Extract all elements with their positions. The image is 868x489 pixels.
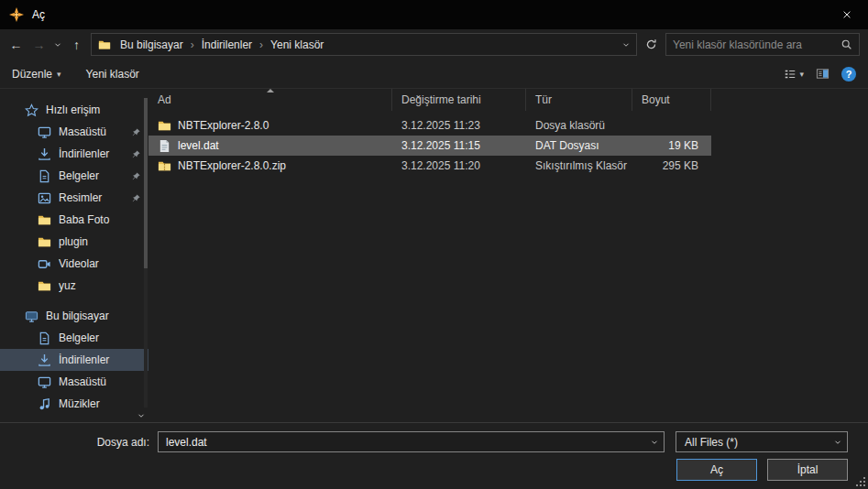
recent-locations-dropdown[interactable] bbox=[50, 33, 65, 56]
pin-icon bbox=[131, 171, 141, 181]
filetype-value: All Files (*) bbox=[685, 436, 829, 449]
chevron-down-icon: ▾ bbox=[57, 70, 61, 79]
new-folder-button[interactable]: Yeni klasör bbox=[86, 68, 139, 81]
chevron-down-icon bbox=[833, 438, 842, 447]
back-button[interactable]: ← bbox=[5, 33, 27, 56]
sidebar-item-videos[interactable]: Videolar bbox=[0, 253, 148, 275]
sidebar-item-baba-foto[interactable]: Baba Foto bbox=[0, 209, 148, 231]
cancel-button[interactable]: İptal bbox=[767, 459, 848, 481]
computer-icon bbox=[25, 310, 38, 323]
command-toolbar: Düzenle ▾ Yeni klasör ▾ ? bbox=[0, 60, 868, 89]
open-button[interactable]: Aç bbox=[676, 459, 757, 481]
navigation-pane: Hızlı erişim Masaüstü İndirilenler Belge… bbox=[0, 89, 148, 422]
address-dropdown-button[interactable] bbox=[616, 34, 636, 55]
new-folder-label: Yeni klasör bbox=[86, 68, 139, 81]
folder-icon bbox=[38, 279, 51, 293]
resize-grip[interactable] bbox=[854, 475, 865, 486]
forward-icon: → bbox=[33, 38, 46, 52]
sidebar-item-plugin[interactable]: plugin bbox=[0, 231, 148, 253]
up-icon: ↑ bbox=[73, 38, 80, 52]
zip-folder-icon bbox=[158, 159, 171, 173]
change-view-button[interactable]: ▾ bbox=[784, 68, 804, 81]
sidebar-item-yuz[interactable]: yuz bbox=[0, 275, 148, 297]
sidebar-item-pc-downloads[interactable]: İndirilenler bbox=[0, 349, 148, 371]
help-icon: ? bbox=[846, 69, 852, 80]
sidebar-item-pc-documents[interactable]: Belgeler bbox=[0, 327, 148, 349]
preview-pane-button[interactable] bbox=[816, 67, 830, 81]
sidebar-item-this-pc[interactable]: Bu bilgisayar bbox=[0, 305, 148, 327]
column-header-type[interactable]: Tür bbox=[526, 89, 632, 111]
preview-pane-icon bbox=[816, 67, 830, 81]
address-folder-icon bbox=[98, 38, 111, 51]
breadcrumb-item-this-pc[interactable]: Bu bilgisayar bbox=[114, 34, 190, 55]
details-view-icon bbox=[784, 68, 797, 81]
up-button[interactable]: ↑ bbox=[65, 33, 88, 56]
download-icon bbox=[38, 353, 51, 367]
sidebar-item-desktop[interactable]: Masaüstü bbox=[0, 121, 148, 143]
filetype-dropdown-button[interactable] bbox=[829, 432, 847, 451]
filename-label: Dosya adı: bbox=[11, 436, 158, 449]
download-icon bbox=[38, 147, 51, 161]
desktop-icon bbox=[38, 125, 51, 139]
breadcrumb-item-downloads[interactable]: İndirilenler bbox=[195, 34, 258, 55]
filename-input[interactable] bbox=[159, 436, 645, 449]
column-header-date-modified[interactable]: Değiştirme tarihi bbox=[392, 89, 526, 111]
refresh-icon bbox=[645, 38, 657, 50]
dialog-content: Hızlı erişim Masaüstü İndirilenler Belge… bbox=[0, 89, 868, 422]
close-button[interactable] bbox=[826, 0, 868, 29]
chevron-down-icon bbox=[621, 40, 631, 49]
navigation-bar: ← → ↑ Bu bilgisayar › İndirilenler › Yen… bbox=[0, 29, 868, 60]
toolbar-right-group: ▾ ? bbox=[784, 67, 856, 82]
organize-label: Düzenle bbox=[12, 68, 52, 81]
sidebar-item-pictures[interactable]: Resimler bbox=[0, 187, 148, 209]
desktop-icon bbox=[38, 375, 51, 389]
folder-icon bbox=[38, 235, 51, 249]
titlebar: Aç bbox=[0, 0, 868, 29]
sidebar-item-pc-music[interactable]: Müzikler bbox=[0, 393, 148, 415]
column-header-name[interactable]: Ad bbox=[148, 89, 392, 111]
filetype-select[interactable]: All Files (*) bbox=[676, 431, 848, 452]
chevron-down-icon bbox=[53, 40, 62, 49]
dialog-footer: Dosya adı: All Files (*) Aç İptal bbox=[0, 422, 868, 489]
open-file-dialog: Aç ← → ↑ Bu bilgisayar › İndirilenler › … bbox=[0, 0, 868, 489]
videos-icon bbox=[38, 257, 51, 271]
pin-icon bbox=[131, 149, 141, 159]
column-header-size[interactable]: Boyut bbox=[632, 89, 711, 111]
star-icon bbox=[25, 103, 38, 117]
address-bar[interactable]: Bu bilgisayar › İndirilenler › Yeni klas… bbox=[91, 33, 637, 56]
window-title: Aç bbox=[32, 8, 45, 21]
filename-dropdown-button[interactable] bbox=[645, 432, 664, 451]
sidebar-item-documents[interactable]: Belgeler bbox=[0, 165, 148, 187]
search-box bbox=[665, 33, 860, 56]
pin-icon bbox=[131, 193, 141, 203]
back-icon: ← bbox=[10, 38, 23, 52]
file-list-pane: Ad Değiştirme tarihi Tür Boyut NBTExp bbox=[148, 89, 868, 422]
document-icon bbox=[38, 169, 51, 183]
close-icon bbox=[841, 9, 852, 20]
breadcrumb-item-new-folder[interactable]: Yeni klasör bbox=[264, 34, 330, 55]
refresh-button[interactable] bbox=[640, 33, 663, 56]
sidebar-section-gap bbox=[0, 297, 148, 305]
sidebar-scroll-down-button[interactable] bbox=[135, 409, 148, 421]
sidebar-scrollbar-thumb[interactable] bbox=[144, 98, 148, 268]
document-icon bbox=[38, 331, 51, 345]
file-row-nbtexplorer-folder[interactable]: NBTExplorer-2.8.0 3.12.2025 11:23 Dosya … bbox=[148, 115, 711, 136]
help-button[interactable]: ? bbox=[841, 67, 856, 82]
forward-button[interactable]: → bbox=[27, 33, 50, 56]
file-row-level-dat[interactable]: level.dat 3.12.2025 11:15 DAT Dosyası 19… bbox=[148, 136, 711, 156]
chevron-down-icon bbox=[650, 438, 659, 447]
filename-combobox[interactable] bbox=[158, 431, 665, 452]
filename-row: Dosya adı: All Files (*) bbox=[11, 431, 848, 452]
file-row-nbtexplorer-zip[interactable]: NBTExplorer-2.8.0.zip 3.12.2025 11:20 Sı… bbox=[148, 156, 711, 176]
sidebar-item-downloads[interactable]: İndirilenler bbox=[0, 143, 148, 165]
pictures-icon bbox=[38, 191, 51, 205]
sort-ascending-indicator bbox=[267, 89, 274, 92]
sidebar-item-quick-access[interactable]: Hızlı erişim bbox=[0, 99, 148, 121]
search-input[interactable] bbox=[673, 38, 836, 51]
sidebar-item-pc-desktop[interactable]: Masaüstü bbox=[0, 371, 148, 393]
chevron-down-icon: ▾ bbox=[799, 70, 804, 79]
chevron-down-icon bbox=[137, 411, 146, 420]
sidebar-scrollbar[interactable] bbox=[144, 98, 148, 408]
organize-button[interactable]: Düzenle ▾ bbox=[12, 68, 61, 81]
pin-icon bbox=[131, 127, 141, 137]
